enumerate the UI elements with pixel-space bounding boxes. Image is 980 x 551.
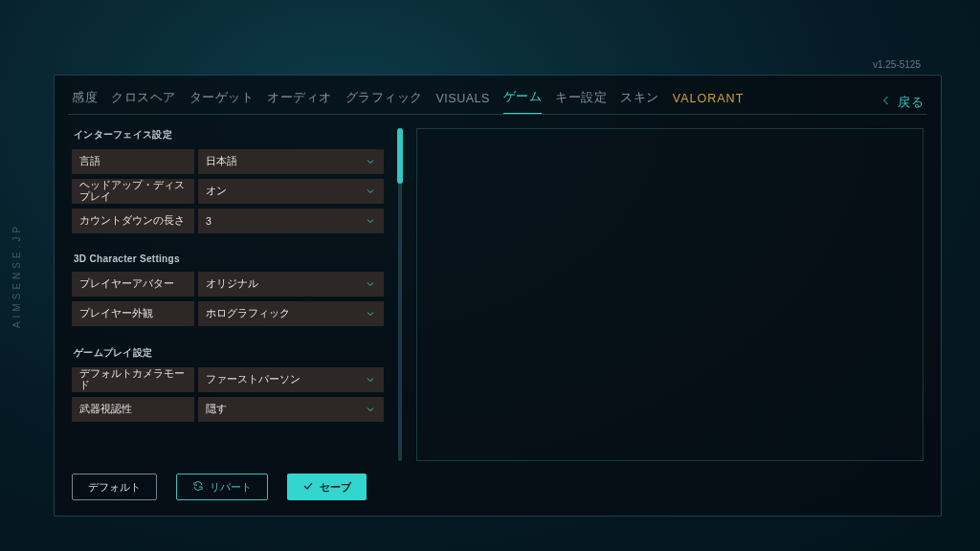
row-countdown: カウントダウンの長さ 3 [72,209,384,233]
select-weapon-value: 隠す [206,403,227,416]
tab-bar: 感度 クロスヘア ターゲット オーディオ グラフィック VISUALS ゲーム … [55,76,941,115]
version-label: v1.25-5125 [873,59,921,70]
row-label-avatar: プレイヤーアバター [72,272,194,297]
select-appearance[interactable]: ホログラフィック [198,301,384,326]
section-title-character: 3D Character Settings [74,253,384,264]
check-icon [302,480,314,494]
row-weapon: 武器視認性 隠す [72,397,384,422]
row-hud: ヘッドアップ・ディスプレイ オン [72,179,384,204]
scroll-thumb[interactable] [397,128,403,184]
settings-body: インターフェイス設定 言語 日本語 ヘッドアップ・ディスプレイ オン カウントダ… [55,115,941,461]
tab-target[interactable]: ターゲット [189,90,255,114]
revert-button-label: リバート [210,480,252,495]
row-appearance: プレイヤー外観 ホログラフィック [72,301,384,326]
default-button-label: デフォルト [88,480,141,495]
select-language-value: 日本語 [206,155,237,168]
tab-game[interactable]: ゲーム [503,89,543,115]
chevron-down-icon [365,308,376,320]
row-label-appearance: プレイヤー外観 [72,301,194,326]
select-language[interactable]: 日本語 [198,149,384,174]
back-button[interactable]: 戻る [880,94,924,111]
tab-audio[interactable]: オーディオ [267,90,332,114]
tab-graphics[interactable]: グラフィック [345,90,423,114]
select-hud[interactable]: オン [198,179,384,204]
chevron-down-icon [365,278,376,290]
section-title-interface: インターフェイス設定 [74,128,384,142]
revert-button[interactable]: リバート [176,474,268,500]
chevron-down-icon [365,156,376,167]
chevron-down-icon [365,404,376,415]
select-countdown-value: 3 [206,215,212,227]
row-camera: デフォルトカメラモード ファーストパーソン [72,367,384,392]
row-label-weapon: 武器視認性 [72,397,194,422]
save-button-label: セーブ [320,480,351,495]
chevron-down-icon [365,215,376,227]
settings-left-column: インターフェイス設定 言語 日本語 ヘッドアップ・ディスプレイ オン カウントダ… [72,128,384,461]
default-button[interactable]: デフォルト [72,474,157,500]
tab-underline [68,114,927,115]
back-label: 戻る [898,94,924,111]
chevron-left-icon [880,95,892,109]
tab-skins[interactable]: スキン [620,90,659,114]
section-title-gameplay: ゲームプレイ設定 [74,346,384,360]
row-label-language: 言語 [72,149,194,174]
select-avatar-value: オリジナル [206,277,258,291]
tab-valorant[interactable]: VALORANT [673,92,744,113]
brand-watermark: AIMSENSE.JP [11,223,22,328]
select-weapon[interactable]: 隠す [198,397,384,422]
select-appearance-value: ホログラフィック [206,307,290,320]
save-button[interactable]: セーブ [287,474,367,500]
select-hud-value: オン [206,185,227,198]
tab-crosshair[interactable]: クロスヘア [111,90,176,114]
left-scrollbar[interactable] [397,128,403,461]
row-language: 言語 日本語 [72,149,384,174]
tab-sensitivity[interactable]: 感度 [72,90,98,114]
preview-panel [416,128,924,461]
settings-window: 感度 クロスヘア ターゲット オーディオ グラフィック VISUALS ゲーム … [54,75,942,517]
chevron-down-icon [365,186,376,197]
refresh-icon [192,480,204,494]
select-avatar[interactable]: オリジナル [198,272,384,297]
row-avatar: プレイヤーアバター オリジナル [72,272,384,297]
tab-keybinds[interactable]: キー設定 [555,90,607,114]
select-camera-value: ファーストパーソン [206,373,301,386]
select-countdown[interactable]: 3 [198,209,384,233]
chevron-down-icon [365,374,376,386]
row-label-hud: ヘッドアップ・ディスプレイ [72,179,194,204]
tab-visuals[interactable]: VISUALS [436,92,490,113]
row-label-camera: デフォルトカメラモード [72,367,194,392]
footer-buttons: デフォルト リバート セーブ [72,474,367,500]
row-label-countdown: カウントダウンの長さ [72,209,194,233]
select-camera[interactable]: ファーストパーソン [198,367,384,392]
